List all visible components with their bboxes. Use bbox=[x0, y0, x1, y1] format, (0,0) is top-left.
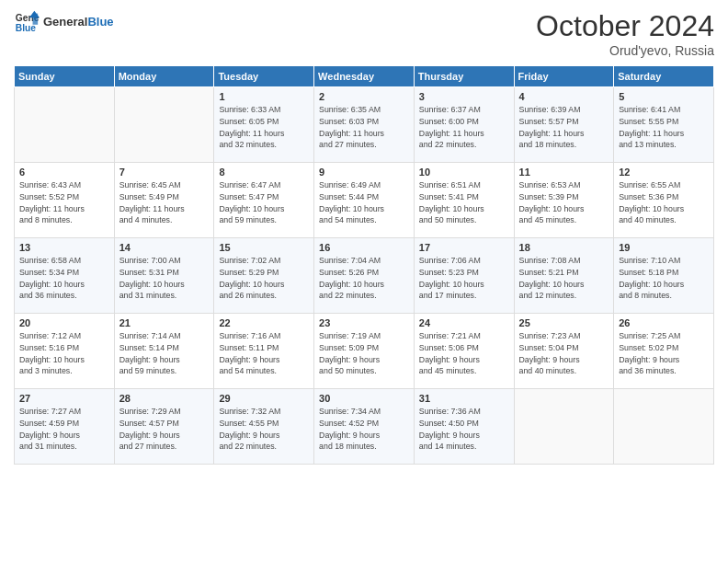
day-number: 10 bbox=[419, 167, 509, 178]
calendar-cell bbox=[514, 389, 614, 465]
day-info: Sunrise: 6:39 AMSunset: 5:57 PMDaylight:… bbox=[519, 104, 609, 151]
day-number: 16 bbox=[319, 242, 409, 253]
day-info: Sunrise: 7:04 AMSunset: 5:26 PMDaylight:… bbox=[319, 255, 409, 302]
day-info: Sunrise: 6:49 AMSunset: 5:44 PMDaylight:… bbox=[319, 179, 409, 226]
calendar-cell: 14Sunrise: 7:00 AMSunset: 5:31 PMDayligh… bbox=[114, 238, 214, 314]
sub-title: Orud'yevo, Russia bbox=[536, 43, 714, 58]
main-title: October 2024 bbox=[536, 9, 714, 43]
calendar-week-row: 1Sunrise: 6:33 AMSunset: 6:05 PMDaylight… bbox=[15, 87, 714, 163]
calendar-header-row: SundayMondayTuesdayWednesdayThursdayFrid… bbox=[15, 66, 714, 87]
calendar-cell: 24Sunrise: 7:21 AMSunset: 5:06 PMDayligh… bbox=[414, 314, 514, 389]
col-header-saturday: Saturday bbox=[614, 66, 714, 87]
calendar-cell: 13Sunrise: 6:58 AMSunset: 5:34 PMDayligh… bbox=[15, 238, 115, 314]
day-number: 7 bbox=[119, 167, 210, 178]
day-number: 13 bbox=[19, 242, 109, 253]
calendar-cell: 26Sunrise: 7:25 AMSunset: 5:02 PMDayligh… bbox=[614, 314, 714, 389]
day-number: 2 bbox=[319, 91, 409, 102]
calendar-week-row: 6Sunrise: 6:43 AMSunset: 5:52 PMDaylight… bbox=[15, 163, 714, 238]
logo-icon: General Blue bbox=[14, 9, 40, 35]
col-header-monday: Monday bbox=[114, 66, 214, 87]
calendar-cell: 31Sunrise: 7:36 AMSunset: 4:50 PMDayligh… bbox=[414, 389, 514, 465]
day-number: 9 bbox=[319, 167, 409, 178]
day-number: 26 bbox=[619, 317, 709, 328]
day-number: 24 bbox=[419, 317, 509, 328]
day-info: Sunrise: 7:21 AMSunset: 5:06 PMDaylight:… bbox=[419, 330, 509, 377]
day-number: 14 bbox=[119, 242, 210, 253]
calendar-cell: 27Sunrise: 7:27 AMSunset: 4:59 PMDayligh… bbox=[15, 389, 115, 465]
day-number: 15 bbox=[219, 242, 309, 253]
calendar-cell: 15Sunrise: 7:02 AMSunset: 5:29 PMDayligh… bbox=[214, 238, 314, 314]
calendar-week-row: 20Sunrise: 7:12 AMSunset: 5:16 PMDayligh… bbox=[15, 314, 714, 389]
day-info: Sunrise: 6:53 AMSunset: 5:39 PMDaylight:… bbox=[519, 179, 609, 226]
svg-text:Blue: Blue bbox=[16, 23, 37, 33]
day-info: Sunrise: 7:16 AMSunset: 5:11 PMDaylight:… bbox=[219, 330, 309, 377]
day-number: 3 bbox=[419, 91, 509, 102]
day-number: 31 bbox=[419, 393, 509, 404]
calendar-cell: 17Sunrise: 7:06 AMSunset: 5:23 PMDayligh… bbox=[414, 238, 514, 314]
calendar-cell: 7Sunrise: 6:45 AMSunset: 5:49 PMDaylight… bbox=[114, 163, 214, 238]
calendar-cell: 10Sunrise: 6:51 AMSunset: 5:41 PMDayligh… bbox=[414, 163, 514, 238]
day-info: Sunrise: 7:12 AMSunset: 5:16 PMDaylight:… bbox=[19, 330, 109, 377]
day-info: Sunrise: 6:33 AMSunset: 6:05 PMDaylight:… bbox=[219, 104, 309, 151]
day-number: 12 bbox=[619, 167, 709, 178]
day-info: Sunrise: 7:34 AMSunset: 4:52 PMDaylight:… bbox=[319, 406, 409, 453]
col-header-thursday: Thursday bbox=[414, 66, 514, 87]
title-block: October 2024 Orud'yevo, Russia bbox=[536, 9, 714, 58]
calendar-cell: 20Sunrise: 7:12 AMSunset: 5:16 PMDayligh… bbox=[15, 314, 115, 389]
logo-blue: Blue bbox=[87, 15, 113, 29]
day-info: Sunrise: 6:58 AMSunset: 5:34 PMDaylight:… bbox=[19, 255, 109, 302]
day-number: 29 bbox=[219, 393, 309, 404]
day-info: Sunrise: 7:00 AMSunset: 5:31 PMDaylight:… bbox=[119, 255, 210, 302]
day-info: Sunrise: 6:41 AMSunset: 5:55 PMDaylight:… bbox=[619, 104, 709, 151]
calendar-cell: 6Sunrise: 6:43 AMSunset: 5:52 PMDaylight… bbox=[15, 163, 115, 238]
day-number: 23 bbox=[319, 317, 409, 328]
col-header-tuesday: Tuesday bbox=[214, 66, 314, 87]
logo-general: General bbox=[43, 15, 87, 29]
day-number: 25 bbox=[519, 317, 609, 328]
calendar-cell bbox=[114, 87, 214, 163]
calendar-table: SundayMondayTuesdayWednesdayThursdayFrid… bbox=[14, 65, 714, 465]
day-info: Sunrise: 7:29 AMSunset: 4:57 PMDaylight:… bbox=[119, 406, 210, 453]
day-number: 4 bbox=[519, 91, 609, 102]
day-info: Sunrise: 6:51 AMSunset: 5:41 PMDaylight:… bbox=[419, 179, 509, 226]
day-info: Sunrise: 7:14 AMSunset: 5:14 PMDaylight:… bbox=[119, 330, 210, 377]
calendar-cell: 5Sunrise: 6:41 AMSunset: 5:55 PMDaylight… bbox=[614, 87, 714, 163]
calendar-week-row: 27Sunrise: 7:27 AMSunset: 4:59 PMDayligh… bbox=[15, 389, 714, 465]
day-info: Sunrise: 6:55 AMSunset: 5:36 PMDaylight:… bbox=[619, 179, 709, 226]
day-info: Sunrise: 6:47 AMSunset: 5:47 PMDaylight:… bbox=[219, 179, 309, 226]
calendar-cell: 4Sunrise: 6:39 AMSunset: 5:57 PMDaylight… bbox=[514, 87, 614, 163]
day-number: 27 bbox=[19, 393, 109, 404]
col-header-wednesday: Wednesday bbox=[314, 66, 415, 87]
calendar-cell: 21Sunrise: 7:14 AMSunset: 5:14 PMDayligh… bbox=[114, 314, 214, 389]
calendar-cell: 11Sunrise: 6:53 AMSunset: 5:39 PMDayligh… bbox=[514, 163, 614, 238]
calendar-cell: 16Sunrise: 7:04 AMSunset: 5:26 PMDayligh… bbox=[314, 238, 415, 314]
day-number: 11 bbox=[519, 167, 609, 178]
day-info: Sunrise: 7:06 AMSunset: 5:23 PMDaylight:… bbox=[419, 255, 509, 302]
day-info: Sunrise: 6:43 AMSunset: 5:52 PMDaylight:… bbox=[19, 179, 109, 226]
day-number: 1 bbox=[219, 91, 309, 102]
calendar-cell: 18Sunrise: 7:08 AMSunset: 5:21 PMDayligh… bbox=[514, 238, 614, 314]
page-header: General Blue GeneralBlue October 2024 Or… bbox=[14, 9, 714, 58]
day-number: 22 bbox=[219, 317, 309, 328]
calendar-cell: 29Sunrise: 7:32 AMSunset: 4:55 PMDayligh… bbox=[214, 389, 314, 465]
calendar-cell: 8Sunrise: 6:47 AMSunset: 5:47 PMDaylight… bbox=[214, 163, 314, 238]
col-header-friday: Friday bbox=[514, 66, 614, 87]
day-number: 6 bbox=[19, 167, 109, 178]
day-info: Sunrise: 6:37 AMSunset: 6:00 PMDaylight:… bbox=[419, 104, 509, 151]
calendar-cell: 9Sunrise: 6:49 AMSunset: 5:44 PMDaylight… bbox=[314, 163, 415, 238]
day-number: 20 bbox=[19, 317, 109, 328]
day-number: 28 bbox=[119, 393, 210, 404]
day-info: Sunrise: 7:08 AMSunset: 5:21 PMDaylight:… bbox=[519, 255, 609, 302]
day-info: Sunrise: 7:25 AMSunset: 5:02 PMDaylight:… bbox=[619, 330, 709, 377]
day-info: Sunrise: 7:10 AMSunset: 5:18 PMDaylight:… bbox=[619, 255, 709, 302]
calendar-cell: 12Sunrise: 6:55 AMSunset: 5:36 PMDayligh… bbox=[614, 163, 714, 238]
calendar-cell: 22Sunrise: 7:16 AMSunset: 5:11 PMDayligh… bbox=[214, 314, 314, 389]
day-number: 21 bbox=[119, 317, 210, 328]
day-number: 19 bbox=[619, 242, 709, 253]
day-info: Sunrise: 7:27 AMSunset: 4:59 PMDaylight:… bbox=[19, 406, 109, 453]
day-number: 18 bbox=[519, 242, 609, 253]
calendar-cell: 19Sunrise: 7:10 AMSunset: 5:18 PMDayligh… bbox=[614, 238, 714, 314]
day-info: Sunrise: 7:19 AMSunset: 5:09 PMDaylight:… bbox=[319, 330, 409, 377]
day-number: 17 bbox=[419, 242, 509, 253]
day-number: 5 bbox=[619, 91, 709, 102]
